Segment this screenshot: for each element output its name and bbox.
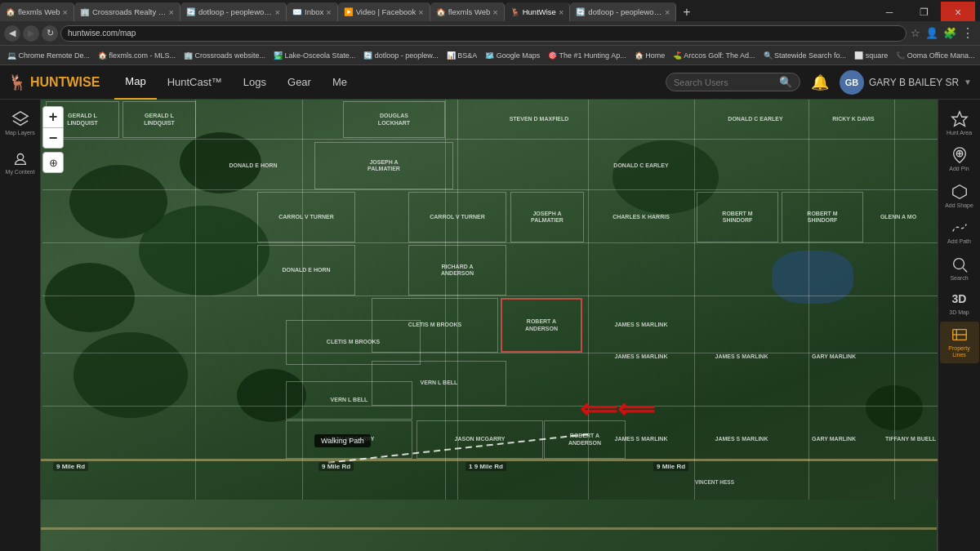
- forward-btn-1[interactable]: ▶: [23, 25, 39, 42]
- search-icon-1[interactable]: 🔍: [779, 76, 792, 88]
- tab-inbox-1[interactable]: ✉️ Inbox ×: [287, 2, 338, 21]
- nav-gear-1[interactable]: Gear: [277, 65, 322, 100]
- bookmark-lake-1[interactable]: 🏞️ Lake-Osceola State...: [270, 50, 359, 61]
- parcel-tiffany: TIFFANY M BUELL: [882, 420, 939, 459]
- svg-point-2: [17, 154, 23, 160]
- bell-icon-1[interactable]: 🔔: [807, 69, 833, 96]
- add-pin-tool-1[interactable]: Add Pin: [940, 142, 979, 176]
- address-input-1[interactable]: [60, 25, 906, 42]
- parcel-donald-earley2: DONALD C EARLEY: [588, 142, 694, 189]
- bookmark-ooma-1[interactable]: 📞 Ooma Office Mana...: [892, 50, 978, 61]
- tab-label-huntwise-1: HuntWise: [523, 7, 556, 16]
- avatar-circle-1: GB: [840, 70, 864, 95]
- bookmark-home-1[interactable]: 🏠 Home: [630, 50, 670, 61]
- bookmark-square-1[interactable]: ⬜ square: [850, 50, 892, 61]
- extensions-icon-1[interactable]: 🧩: [942, 25, 958, 41]
- nav-logs-1[interactable]: Logs: [233, 65, 277, 100]
- restore-btn-1[interactable]: ❐: [906, 2, 941, 22]
- profile-icon-1[interactable]: 👤: [924, 25, 940, 41]
- tab-dotloop2-1[interactable]: 🔄 dotloop - peoplework, no... ×: [570, 2, 676, 21]
- close-btn-1[interactable]: ×: [941, 2, 975, 22]
- menu-icon-1[interactable]: ⋮: [960, 24, 976, 42]
- parcel-vern2: VERN L BELL: [286, 381, 412, 420]
- add-shape-tool-1[interactable]: Add Shape: [940, 179, 979, 213]
- parcel-donald-horn1: DONALD E HORN: [200, 142, 306, 189]
- parcel-cletis2: CLETIS M BROOKS: [286, 320, 421, 365]
- bookmark-googlemaps-1[interactable]: 🗺️ Google Maps: [481, 50, 544, 61]
- tab-favicon-flexmls2-1: 🏠: [436, 7, 446, 16]
- nav-map-1[interactable]: Map: [114, 65, 156, 100]
- threed-label-1: 3D Map: [949, 309, 969, 316]
- property-lines-tool-1[interactable]: Property Lines: [940, 322, 979, 363]
- bookmark-hunting-1[interactable]: 🎯 The #1 Hunting Ap...: [544, 50, 630, 61]
- tab-close-flexmls2-1[interactable]: ×: [492, 7, 497, 17]
- parcel-robert-anderson1: ROBERT AANDERSON: [501, 298, 582, 353]
- sidebar-tool-map-layers-1[interactable]: Map Layers: [2, 106, 38, 140]
- zoom-controls-1: + − ⊕: [42, 106, 64, 173]
- bookmark-dotloop-1[interactable]: 🔄 dotloop - peoplew...: [359, 50, 443, 61]
- parcel-robert-shindorf1: ROBERT MSHINDORF: [697, 192, 778, 242]
- search-tool-label-1: Search: [950, 275, 968, 282]
- reload-btn-1[interactable]: ↻: [42, 25, 58, 42]
- add-path-tool-1[interactable]: Add Path: [940, 215, 979, 249]
- parcel-glenn: GLENN A MO: [866, 192, 931, 242]
- parcel-jason2: JASON MCGARRY: [416, 420, 543, 459]
- sidebar-right-1: Hunt Area Add Pin Add Shape: [938, 100, 980, 500]
- star-icon-1[interactable]: ☆: [909, 25, 922, 41]
- bookmark-bsa-1[interactable]: 📊 BS&A: [443, 50, 482, 61]
- bookmark-statewide-1[interactable]: 🔍 Statewide Search fo...: [760, 50, 851, 61]
- bookmark-flexmls-1[interactable]: 🏠 flexmls.com - MLS...: [94, 50, 180, 61]
- parcel-vincent: VINCENT HESS: [678, 467, 751, 498]
- nav-huntcast-1[interactable]: HuntCast™: [157, 65, 233, 100]
- tab-facebook-1[interactable]: ▶️ Video | Facebook ×: [338, 2, 430, 21]
- search-bar-1: 🔍: [666, 73, 800, 91]
- user-avatar-1[interactable]: GB GARY B BAILEY SR ▼: [840, 70, 972, 95]
- tab-dotloop-1[interactable]: 🔄 dotloop - peoplework, no... ×: [180, 2, 287, 21]
- tab-close-inbox-1[interactable]: ×: [326, 7, 331, 17]
- tab-label-facebook-1: Video | Facebook: [356, 7, 416, 16]
- tab-close-huntwise-1[interactable]: ×: [559, 7, 564, 17]
- parcel-richard: RICHARD AANDERSON: [408, 245, 506, 295]
- tab-close-dotloop2-1[interactable]: ×: [665, 7, 670, 17]
- hunt-area-label-1: Hunt Area: [947, 130, 972, 136]
- bookmark-arccos-1[interactable]: ⛳ Arccos Golf: The Ad...: [669, 50, 759, 61]
- tab-crossroads-1[interactable]: 🏢 Crossroads Realty of Mich... ×: [74, 2, 180, 21]
- tab-flexmls-1[interactable]: 🏠 flexmls Web ×: [0, 2, 74, 21]
- new-tab-btn-1[interactable]: +: [676, 2, 697, 21]
- parcel-james-marlink2: JAMES S MARLINK: [588, 336, 694, 377]
- tab-close-dotloop-1[interactable]: ×: [275, 7, 280, 17]
- minimize-btn-1[interactable]: ─: [872, 2, 906, 22]
- tab-label-dotloop-1: dotloop - peoplework, no...: [198, 7, 273, 16]
- zoom-out-btn-1[interactable]: −: [42, 127, 64, 149]
- back-btn-1[interactable]: ◀: [4, 25, 20, 42]
- tab-close-flexmls-1[interactable]: ×: [63, 7, 68, 17]
- threed-tool-1[interactable]: 3D 3D Map: [940, 287, 979, 320]
- bookmark-chrome-remote-1[interactable]: 💻 Chrome Remote De...: [3, 50, 94, 61]
- zoom-in-btn-1[interactable]: +: [42, 106, 64, 127]
- search-tool-1[interactable]: Search: [940, 251, 979, 286]
- svg-point-7: [953, 258, 964, 269]
- tab-close-facebook-1[interactable]: ×: [418, 7, 423, 17]
- tab-favicon-crossroads-1: 🏢: [80, 7, 90, 16]
- tab-flexmls2-1[interactable]: 🏠 flexmls Web ×: [430, 2, 505, 21]
- search-tool-icon-1: [951, 256, 969, 273]
- tab-close-crossroads-1[interactable]: ×: [169, 7, 174, 17]
- sidebar-left-1: Map Layers My Content: [0, 100, 41, 500]
- parcel-charles: CHARLES K HARRIS: [588, 192, 694, 242]
- tab-favicon-flexmls-1: 🏠: [6, 7, 16, 16]
- search-input-1[interactable]: [674, 78, 775, 87]
- tab-huntwise-1[interactable]: 🦌 HuntWise ×: [505, 2, 571, 21]
- tab-label-flexmls2-1: flexmls Web: [448, 7, 491, 16]
- add-path-label-1: Add Path: [947, 238, 971, 245]
- nav-me-1[interactable]: Me: [322, 65, 358, 100]
- tab-label-dotloop2-1: dotloop - peoplework, no...: [588, 7, 662, 16]
- veg-patch-3: [139, 206, 270, 295]
- app-logo-1[interactable]: 🦌 HUNTWISE: [8, 73, 100, 91]
- bookmark-crossroads-1[interactable]: 🏢 Crossroads website...: [180, 50, 270, 61]
- hunt-area-tool-1[interactable]: Hunt Area: [940, 106, 979, 140]
- parcel-gerald2: GERALD LLINDQUIST: [122, 101, 196, 138]
- compass-btn-1[interactable]: ⊕: [42, 152, 64, 173]
- tab-favicon-dotloop-1: 🔄: [186, 7, 196, 16]
- road-label-mid2: 1 9 Mile Rd: [466, 462, 506, 471]
- sidebar-tool-my-content-1[interactable]: My Content: [2, 145, 38, 180]
